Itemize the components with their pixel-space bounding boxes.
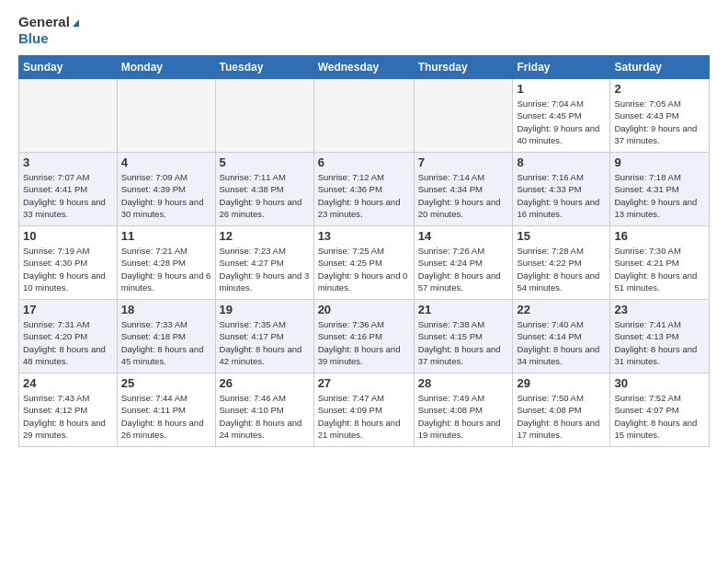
calendar-day-cell: 24 Sunrise: 7:43 AM Sunset: 4:12 PM Dayl… — [19, 373, 118, 447]
sunrise-time: Sunrise: 7:16 AM — [517, 172, 583, 182]
daylight-hours: Daylight: 9 hours and 6 minutes. — [121, 270, 211, 293]
daylight-hours: Daylight: 8 hours and 48 minutes. — [23, 344, 106, 366]
sunset-time: Sunset: 4:38 PM — [220, 184, 284, 194]
calendar-day-cell: 30 Sunrise: 7:52 AM Sunset: 4:07 PM Dayl… — [610, 373, 710, 447]
day-info: Sunrise: 7:31 AM Sunset: 4:20 PM Dayligh… — [23, 318, 113, 367]
calendar-day-cell — [117, 79, 215, 153]
sunrise-time: Sunrise: 7:46 AM — [220, 393, 286, 403]
daylight-hours: Daylight: 8 hours and 42 minutes. — [220, 344, 302, 366]
sunrise-time: Sunrise: 7:12 AM — [318, 172, 384, 182]
sunrise-time: Sunrise: 7:43 AM — [23, 393, 89, 403]
daylight-hours: Daylight: 9 hours and 10 minutes. — [23, 270, 106, 293]
calendar-week-row: 24 Sunrise: 7:43 AM Sunset: 4:12 PM Dayl… — [19, 373, 710, 447]
logo-general: General — [18, 14, 70, 29]
sunset-time: Sunset: 4:31 PM — [614, 184, 678, 194]
calendar-day-cell: 22 Sunrise: 7:40 AM Sunset: 4:14 PM Dayl… — [513, 300, 610, 373]
daylight-hours: Daylight: 9 hours and 23 minutes. — [318, 197, 401, 219]
day-info: Sunrise: 7:43 AM Sunset: 4:12 PM Dayligh… — [23, 392, 113, 441]
sunrise-time: Sunrise: 7:35 AM — [220, 319, 286, 329]
sunrise-time: Sunrise: 7:44 AM — [121, 393, 188, 403]
day-info: Sunrise: 7:07 AM Sunset: 4:41 PM Dayligh… — [23, 171, 113, 220]
daylight-hours: Daylight: 9 hours and 16 minutes. — [517, 197, 599, 219]
sunset-time: Sunset: 4:07 PM — [614, 405, 678, 415]
calendar-day-cell: 2 Sunrise: 7:05 AM Sunset: 4:43 PM Dayli… — [610, 79, 710, 153]
sunset-time: Sunset: 4:21 PM — [614, 258, 678, 268]
daylight-hours: Daylight: 9 hours and 40 minutes. — [517, 123, 599, 145]
logo-arrow-icon — [73, 19, 79, 27]
sunrise-time: Sunrise: 7:21 AM — [121, 246, 188, 256]
day-info: Sunrise: 7:52 AM Sunset: 4:07 PM Dayligh… — [614, 392, 705, 441]
sunrise-time: Sunrise: 7:09 AM — [121, 172, 188, 182]
sunrise-time: Sunrise: 7:18 AM — [614, 172, 680, 182]
day-number: 11 — [121, 229, 211, 243]
daylight-hours: Daylight: 9 hours and 26 minutes. — [220, 197, 302, 219]
sunrise-time: Sunrise: 7:52 AM — [614, 393, 680, 403]
calendar-day-cell: 23 Sunrise: 7:41 AM Sunset: 4:13 PM Dayl… — [610, 300, 710, 373]
calendar-day-cell: 15 Sunrise: 7:28 AM Sunset: 4:22 PM Dayl… — [513, 226, 610, 300]
daylight-hours: Daylight: 8 hours and 29 minutes. — [23, 418, 106, 440]
daylight-hours: Daylight: 8 hours and 21 minutes. — [318, 418, 401, 440]
sunrise-time: Sunrise: 7:23 AM — [220, 246, 286, 256]
sunset-time: Sunset: 4:08 PM — [418, 405, 483, 415]
weekday-header: Saturday — [610, 56, 710, 79]
sunset-time: Sunset: 4:30 PM — [23, 258, 87, 268]
day-number: 6 — [318, 155, 410, 169]
weekday-header: Wednesday — [313, 56, 414, 79]
day-info: Sunrise: 7:36 AM Sunset: 4:16 PM Dayligh… — [318, 318, 410, 367]
sunset-time: Sunset: 4:08 PM — [517, 405, 581, 415]
sunset-time: Sunset: 4:13 PM — [614, 331, 678, 341]
sunset-time: Sunset: 4:33 PM — [517, 184, 581, 194]
sunset-time: Sunset: 4:14 PM — [517, 331, 581, 341]
day-info: Sunrise: 7:11 AM Sunset: 4:38 PM Dayligh… — [220, 171, 310, 220]
sunrise-time: Sunrise: 7:19 AM — [23, 246, 89, 256]
sunset-time: Sunset: 4:18 PM — [121, 331, 186, 341]
calendar-day-cell: 8 Sunrise: 7:16 AM Sunset: 4:33 PM Dayli… — [513, 153, 610, 226]
calendar-day-cell: 1 Sunrise: 7:04 AM Sunset: 4:45 PM Dayli… — [513, 79, 610, 153]
day-number: 24 — [23, 376, 113, 390]
logo-text: General Blue — [18, 14, 79, 46]
sunset-time: Sunset: 4:11 PM — [121, 405, 186, 415]
weekday-header: Thursday — [414, 56, 513, 79]
calendar-header-row: SundayMondayTuesdayWednesdayThursdayFrid… — [19, 56, 710, 79]
day-number: 10 — [23, 229, 113, 243]
day-number: 15 — [517, 229, 606, 243]
calendar-table: SundayMondayTuesdayWednesdayThursdayFrid… — [18, 55, 710, 447]
sunset-time: Sunset: 4:34 PM — [418, 184, 483, 194]
day-info: Sunrise: 7:44 AM Sunset: 4:11 PM Dayligh… — [121, 392, 211, 441]
sunset-time: Sunset: 4:17 PM — [220, 331, 284, 341]
sunrise-time: Sunrise: 7:05 AM — [614, 98, 680, 109]
logo-blue: Blue — [18, 30, 49, 46]
sunrise-time: Sunrise: 7:49 AM — [418, 393, 484, 403]
day-info: Sunrise: 7:46 AM Sunset: 4:10 PM Dayligh… — [220, 392, 310, 441]
day-info: Sunrise: 7:21 AM Sunset: 4:28 PM Dayligh… — [121, 245, 211, 293]
day-info: Sunrise: 7:25 AM Sunset: 4:25 PM Dayligh… — [318, 245, 410, 293]
day-number: 8 — [517, 155, 606, 169]
daylight-hours: Daylight: 9 hours and 13 minutes. — [614, 197, 697, 219]
calendar-day-cell: 29 Sunrise: 7:50 AM Sunset: 4:08 PM Dayl… — [513, 373, 610, 447]
calendar-day-cell: 16 Sunrise: 7:30 AM Sunset: 4:21 PM Dayl… — [610, 226, 710, 300]
calendar-day-cell — [19, 79, 118, 153]
sunrise-time: Sunrise: 7:33 AM — [121, 319, 188, 329]
day-number: 25 — [121, 376, 211, 390]
sunset-time: Sunset: 4:45 PM — [517, 110, 581, 121]
calendar-day-cell: 5 Sunrise: 7:11 AM Sunset: 4:38 PM Dayli… — [215, 153, 313, 226]
sunrise-time: Sunrise: 7:50 AM — [517, 393, 583, 403]
day-number: 19 — [220, 303, 310, 316]
sunset-time: Sunset: 4:28 PM — [121, 258, 186, 268]
page-container: General Blue SundayMondayTuesdayWednesda… — [0, 0, 728, 456]
weekday-header: Sunday — [19, 56, 118, 79]
calendar-day-cell: 26 Sunrise: 7:46 AM Sunset: 4:10 PM Dayl… — [215, 373, 313, 447]
daylight-hours: Daylight: 8 hours and 54 minutes. — [517, 270, 599, 293]
calendar-day-cell — [414, 79, 513, 153]
sunset-time: Sunset: 4:16 PM — [318, 331, 382, 341]
day-info: Sunrise: 7:30 AM Sunset: 4:21 PM Dayligh… — [614, 245, 705, 293]
sunset-time: Sunset: 4:39 PM — [121, 184, 186, 194]
sunset-time: Sunset: 4:22 PM — [517, 258, 581, 268]
sunrise-time: Sunrise: 7:36 AM — [318, 319, 384, 329]
day-info: Sunrise: 7:47 AM Sunset: 4:09 PM Dayligh… — [318, 392, 410, 441]
calendar-day-cell: 18 Sunrise: 7:33 AM Sunset: 4:18 PM Dayl… — [117, 300, 215, 373]
daylight-hours: Daylight: 8 hours and 37 minutes. — [418, 344, 501, 366]
sunset-time: Sunset: 4:15 PM — [418, 331, 483, 341]
sunrise-time: Sunrise: 7:14 AM — [418, 172, 484, 182]
day-info: Sunrise: 7:12 AM Sunset: 4:36 PM Dayligh… — [318, 171, 410, 220]
